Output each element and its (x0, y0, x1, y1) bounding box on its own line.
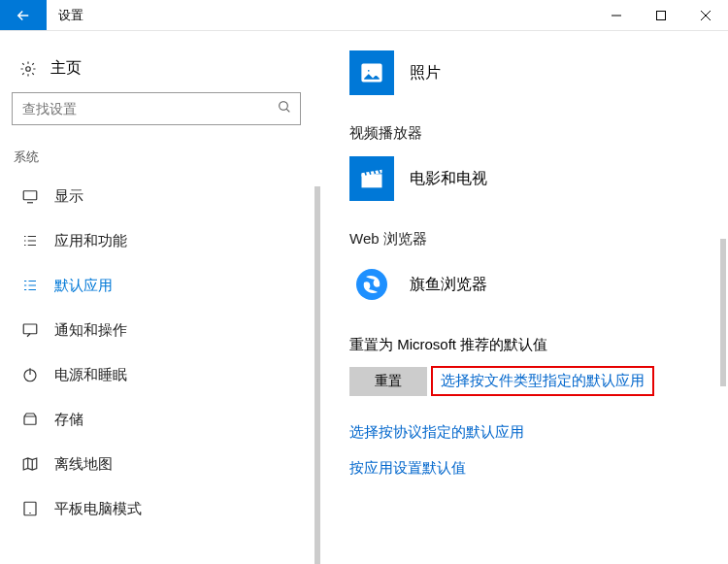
nav-label: 默认应用 (54, 277, 113, 295)
sidebar-item-maps[interactable]: 离线地图 (12, 442, 320, 486)
titlebar: 设置 (0, 0, 728, 31)
nav-label: 平板电脑模式 (54, 500, 142, 518)
home-link[interactable]: 主页 (12, 50, 320, 92)
search-box[interactable] (12, 92, 301, 125)
sidebar: 主页 系统 显示 应用和功能 默认应用 通知和操作 电源和睡眠 (0, 31, 320, 564)
svg-rect-3 (23, 191, 37, 200)
maximize-button[interactable] (639, 0, 683, 30)
window-title: 设置 (47, 0, 594, 30)
video-section-label: 视频播放器 (349, 124, 728, 143)
nav-label: 显示 (54, 187, 83, 206)
nav-label: 存储 (54, 411, 83, 429)
search-input[interactable] (22, 101, 277, 116)
browser-icon (349, 262, 394, 307)
svg-point-12 (356, 269, 387, 300)
nav-label: 应用和功能 (54, 232, 127, 250)
nav-label: 离线地图 (54, 455, 113, 474)
nav-label: 电源和睡眠 (54, 366, 127, 384)
list-icon (21, 232, 39, 249)
photos-label: 照片 (410, 63, 441, 83)
main-scrollbar[interactable] (720, 239, 726, 386)
sidebar-item-storage[interactable]: 存储 (12, 397, 320, 442)
main-panel: 照片 视频播放器 电影和电视 Web 浏览器 旗鱼浏览器 重置为 Microso… (320, 31, 728, 564)
svg-rect-0 (657, 11, 666, 19)
sidebar-item-apps[interactable]: 应用和功能 (12, 218, 320, 263)
photos-icon (349, 50, 394, 95)
reset-button[interactable]: 重置 (349, 367, 427, 396)
highlight-annotation: 选择按文件类型指定的默认应用 (431, 366, 654, 396)
sidebar-item-tablet[interactable]: 平板电脑模式 (12, 486, 320, 531)
movies-icon (349, 156, 394, 201)
sidebar-item-display[interactable]: 显示 (12, 174, 320, 218)
web-app-label: 旗鱼浏览器 (410, 275, 487, 295)
sidebar-item-default-apps[interactable]: 默认应用 (12, 263, 320, 308)
category-label: 系统 (12, 125, 320, 174)
chat-icon (21, 321, 39, 339)
sidebar-item-notifications[interactable]: 通知和操作 (12, 308, 320, 352)
reset-label: 重置为 Microsoft 推荐的默认值 (349, 336, 728, 354)
video-app-row[interactable]: 电影和电视 (349, 156, 728, 201)
svg-point-2 (280, 102, 288, 111)
photos-app-row[interactable]: 照片 (349, 50, 728, 95)
map-icon (21, 455, 39, 473)
link-filetype-defaults[interactable]: 选择按文件类型指定的默认应用 (441, 372, 645, 390)
nav-label: 通知和操作 (54, 321, 127, 340)
close-button[interactable] (683, 0, 728, 30)
gear-icon (19, 59, 37, 79)
power-icon (21, 366, 39, 383)
back-button[interactable] (0, 0, 47, 30)
svg-rect-4 (23, 324, 37, 334)
defaults-icon (21, 277, 39, 294)
web-app-row[interactable]: 旗鱼浏览器 (349, 262, 728, 307)
search-icon (277, 99, 292, 118)
svg-rect-11 (362, 174, 382, 187)
web-section-label: Web 浏览器 (349, 230, 728, 249)
svg-rect-6 (24, 416, 36, 424)
sidebar-item-power[interactable]: 电源和睡眠 (12, 352, 320, 397)
tablet-icon (21, 500, 39, 517)
link-app-defaults[interactable]: 按应用设置默认值 (349, 459, 728, 478)
svg-point-1 (26, 66, 31, 71)
monitor-icon (21, 187, 39, 205)
home-label: 主页 (50, 58, 82, 79)
storage-icon (21, 411, 39, 428)
video-app-label: 电影和电视 (410, 169, 487, 189)
minimize-button[interactable] (594, 0, 639, 30)
link-protocol-defaults[interactable]: 选择按协议指定的默认应用 (349, 423, 728, 442)
